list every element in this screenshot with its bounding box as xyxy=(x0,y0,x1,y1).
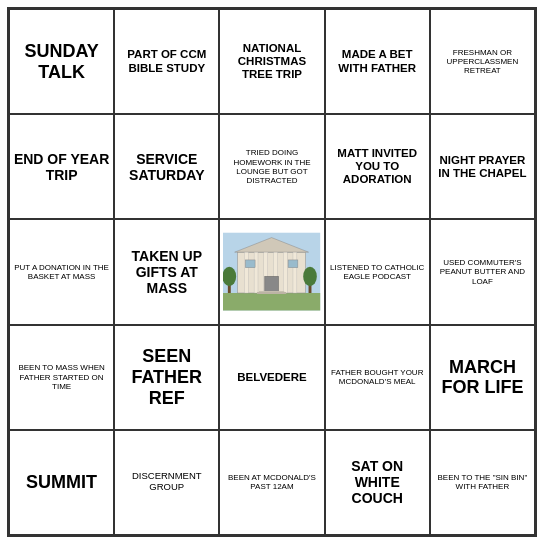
bingo-cell-r3c3: FATHER BOUGHT YOUR MCDONALD'S MEAL xyxy=(325,325,430,430)
cell-text-r2c4: USED COMMUTER'S PEANUT BUTTER AND LOAF xyxy=(434,258,531,286)
cell-text-r1c1: SERVICE SATURDAY xyxy=(118,151,215,183)
bingo-cell-r3c1: SEEN FATHER REF xyxy=(114,325,219,430)
bingo-cell-r2c1: TAKEN UP GIFTS AT MASS xyxy=(114,219,219,324)
cell-text-r1c3: MATT INVITED YOU TO ADORATION xyxy=(329,147,426,187)
bingo-cell-r3c2: BELVEDERE xyxy=(219,325,324,430)
cell-text-r1c2: TRIED DOING HOMEWORK IN THE LOUNGE BUT G… xyxy=(223,148,320,185)
cell-text-r2c0: PUT A DONATION IN THE BASKET AT MASS xyxy=(13,263,110,281)
bingo-cell-r1c2: TRIED DOING HOMEWORK IN THE LOUNGE BUT G… xyxy=(219,114,324,219)
cell-text-r3c4: MARCH FOR LIFE xyxy=(434,357,531,398)
cell-text-r0c4: FRESHMAN OR UPPERCLASSMEN RETREAT xyxy=(434,48,531,76)
bingo-cell-r4c0: SUMMIT xyxy=(9,430,114,535)
cell-text-r0c3: MADE A BET WITH FATHER xyxy=(329,48,426,74)
cell-text-r4c3: SAT ON WHITE COUCH xyxy=(329,458,426,506)
svg-rect-5 xyxy=(254,253,258,294)
svg-rect-1 xyxy=(223,293,320,310)
bingo-cell-r2c3: LISTENED TO CATHOLIC EAGLE PODCAST xyxy=(325,219,430,324)
svg-rect-12 xyxy=(257,292,286,294)
bingo-board: SUNDAY TALKPART OF CCM BIBLE STUDYNATION… xyxy=(7,7,537,537)
svg-point-18 xyxy=(304,267,318,286)
cell-text-r0c1: PART OF CCM BIBLE STUDY xyxy=(118,48,215,74)
cell-text-r3c2: BELVEDERE xyxy=(237,371,306,384)
bingo-cell-r3c0: BEEN TO MASS WHEN FATHER STARTED ON TIME xyxy=(9,325,114,430)
cell-text-r3c1: SEEN FATHER REF xyxy=(118,346,215,408)
cell-text-r4c0: SUMMIT xyxy=(26,472,97,493)
cell-text-r0c2: NATIONAL CHRISTMAS TREE TRIP xyxy=(223,42,320,82)
cell-text-r4c2: BEEN AT MCDONALD'S PAST 12AM xyxy=(223,473,320,491)
bingo-cell-r0c2: NATIONAL CHRISTMAS TREE TRIP xyxy=(219,9,324,114)
bingo-cell-r1c0: END OF YEAR TRIP xyxy=(9,114,114,219)
bingo-cell-r1c4: NIGHT PRAYER IN THE CHAPEL xyxy=(430,114,535,219)
bingo-cell-r4c1: DISCERNMENT GROUP xyxy=(114,430,219,535)
bingo-cell-r0c3: MADE A BET WITH FATHER xyxy=(325,9,430,114)
bingo-cell-r2c0: PUT A DONATION IN THE BASKET AT MASS xyxy=(9,219,114,324)
cell-text-r2c1: TAKEN UP GIFTS AT MASS xyxy=(118,248,215,296)
bingo-cell-r0c4: FRESHMAN OR UPPERCLASSMEN RETREAT xyxy=(430,9,535,114)
bingo-cell-r4c2: BEEN AT MCDONALD'S PAST 12AM xyxy=(219,430,324,535)
cell-text-r1c0: END OF YEAR TRIP xyxy=(13,151,110,183)
bingo-cell-r1c3: MATT INVITED YOU TO ADORATION xyxy=(325,114,430,219)
cell-text-r2c3: LISTENED TO CATHOLIC EAGLE PODCAST xyxy=(329,263,426,281)
svg-rect-10 xyxy=(265,277,279,294)
cell-text-r3c3: FATHER BOUGHT YOUR MCDONALD'S MEAL xyxy=(329,368,426,386)
svg-point-16 xyxy=(223,267,236,286)
cell-text-r4c4: BEEN TO THE "SIN BIN" WITH FATHER xyxy=(434,473,531,491)
bingo-cell-r2c4: USED COMMUTER'S PEANUT BUTTER AND LOAF xyxy=(430,219,535,324)
cell-text-r1c4: NIGHT PRAYER IN THE CHAPEL xyxy=(434,154,531,180)
svg-rect-8 xyxy=(284,253,288,294)
svg-rect-13 xyxy=(246,260,256,268)
bingo-cell-r1c1: SERVICE SATURDAY xyxy=(114,114,219,219)
svg-rect-4 xyxy=(245,253,249,294)
cell-text-r4c1: DISCERNMENT GROUP xyxy=(118,471,215,493)
bingo-cell-r3c4: MARCH FOR LIFE xyxy=(430,325,535,430)
svg-rect-9 xyxy=(293,253,297,294)
bingo-cell-r4c4: BEEN TO THE "SIN BIN" WITH FATHER xyxy=(430,430,535,535)
cell-text-r3c0: BEEN TO MASS WHEN FATHER STARTED ON TIME xyxy=(13,363,110,391)
bingo-cell-r0c0: SUNDAY TALK xyxy=(9,9,114,114)
svg-rect-14 xyxy=(289,260,299,268)
bingo-cell-r4c3: SAT ON WHITE COUCH xyxy=(325,430,430,535)
bingo-cell-r2c2 xyxy=(219,219,324,324)
cell-text-r0c0: SUNDAY TALK xyxy=(13,41,110,82)
bingo-cell-r0c1: PART OF CCM BIBLE STUDY xyxy=(114,9,219,114)
